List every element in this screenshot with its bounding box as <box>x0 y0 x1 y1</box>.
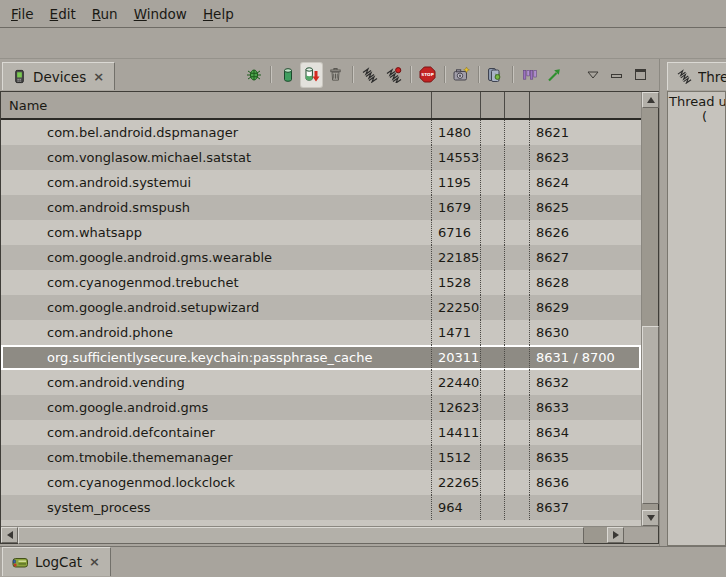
menu-file[interactable]: File <box>3 2 42 26</box>
table-row[interactable]: system_process 964 8637 <box>1 495 641 520</box>
stop-process-button[interactable]: STOP <box>417 63 438 87</box>
menu-run[interactable]: Run <box>84 2 126 26</box>
maximize-view-button[interactable] <box>630 63 651 87</box>
blank-cell <box>504 120 529 145</box>
process-pid-cell: 1528 <box>431 270 480 295</box>
update-heap-button[interactable] <box>277 63 298 87</box>
table-row[interactable]: com.google.android.gms 12623 8633 <box>1 395 641 420</box>
blank-cell <box>480 220 504 245</box>
method-profiling-icon <box>386 67 402 83</box>
table-row[interactable]: com.android.vending 22440 8632 <box>1 370 641 395</box>
start-opengl-trace-button[interactable] <box>543 63 564 87</box>
column-header-blank1[interactable] <box>480 92 504 118</box>
green-arrow-icon <box>546 67 562 83</box>
column-header-name[interactable]: Name <box>1 92 431 118</box>
trash-icon <box>328 67 343 82</box>
blank-cell <box>504 395 529 420</box>
process-name-cell: com.android.phone <box>1 320 431 345</box>
blank-cell <box>480 370 504 395</box>
blank-cell <box>504 145 529 170</box>
menu-edit[interactable]: Edit <box>42 2 84 26</box>
table-row[interactable]: com.android.phone 1471 8630 <box>1 320 641 345</box>
chevron-down-icon <box>587 71 599 79</box>
table-row[interactable]: com.android.smspush 1679 8625 <box>1 195 641 220</box>
column-header-port[interactable] <box>529 92 641 118</box>
table-row[interactable]: com.cyanogenmod.lockclock 22265 8636 <box>1 470 641 495</box>
minimize-view-button[interactable] <box>606 63 627 87</box>
column-header-pid[interactable] <box>431 92 480 118</box>
blank-cell <box>504 420 529 445</box>
table-row[interactable]: com.google.android.gms.wearable 22185 86… <box>1 245 641 270</box>
process-pid-cell: 14553 <box>431 145 480 170</box>
table-row[interactable]: com.google.android.setupwizard 22250 862… <box>1 295 641 320</box>
threads-icon <box>677 69 692 84</box>
process-name-cell: com.android.systemui <box>1 170 431 195</box>
toolbar-separator <box>352 66 353 83</box>
table-row[interactable]: com.vonglasow.michael.satstat 14553 8623 <box>1 145 641 170</box>
toolbar-separator <box>410 66 411 83</box>
table-row[interactable]: com.cyanogenmod.trebuchet 1528 8628 <box>1 270 641 295</box>
process-name-cell: com.whatsapp <box>1 220 431 245</box>
workbench: Devices × <box>0 59 726 546</box>
close-icon[interactable]: × <box>88 557 101 567</box>
scroll-up-button[interactable] <box>642 92 659 108</box>
triangle-left-icon <box>7 531 13 539</box>
scroll-down-button[interactable] <box>642 510 659 526</box>
start-method-profiling-button[interactable] <box>383 63 404 87</box>
blank-cell <box>504 445 529 470</box>
table-row[interactable]: com.whatsapp 6716 8626 <box>1 220 641 245</box>
vertical-scrollbar[interactable] <box>641 92 658 526</box>
threads-arrows-icon <box>362 67 378 83</box>
stop-sign-icon: STOP <box>419 66 436 83</box>
process-port-cell: 8624 <box>529 170 641 195</box>
process-pid-cell: 20311 <box>431 345 480 370</box>
vertical-scroll-thumb[interactable] <box>642 326 659 504</box>
process-port-cell: 8632 <box>529 370 641 395</box>
menu-help[interactable]: Help <box>195 2 242 26</box>
process-name-cell: com.vonglasow.michael.satstat <box>1 145 431 170</box>
debug-process-button[interactable] <box>243 63 264 87</box>
blank-cell <box>504 470 529 495</box>
view-menu-button[interactable] <box>582 63 603 87</box>
table-row[interactable]: com.bel.android.dspmanager 1480 8621 <box>1 120 641 145</box>
horizontal-scrollbar[interactable] <box>1 526 658 543</box>
blank-cell <box>480 120 504 145</box>
column-header-blank2[interactable] <box>504 92 529 118</box>
table-row[interactable]: com.android.defcontainer 14411 8634 <box>1 420 641 445</box>
table-row[interactable]: com.tmobile.thememanager 1512 8635 <box>1 445 641 470</box>
screen-capture-button[interactable] <box>451 63 472 87</box>
blank-cell <box>504 245 529 270</box>
scroll-right-button[interactable] <box>607 527 624 543</box>
process-name-cell: com.google.android.gms.wearable <box>1 245 431 270</box>
capture-device-screens-button[interactable] <box>485 63 506 87</box>
table-row[interactable]: com.android.systemui 1195 8624 <box>1 170 641 195</box>
tab-logcat-label: LogCat <box>35 554 82 570</box>
tab-logcat[interactable]: LogCat × <box>2 547 111 576</box>
scroll-left-button[interactable] <box>1 527 18 543</box>
horizontal-scroll-track[interactable] <box>18 527 607 543</box>
blank-cell <box>504 220 529 245</box>
process-pid-cell: 1195 <box>431 170 480 195</box>
tab-threads[interactable]: Threads <box>667 62 726 90</box>
menu-window[interactable]: Window <box>126 2 195 26</box>
triangle-up-icon <box>647 97 655 103</box>
process-pid-cell: 22250 <box>431 295 480 320</box>
vertical-scroll-track[interactable] <box>642 108 658 510</box>
update-threads-button[interactable] <box>359 63 380 87</box>
process-port-cell: 8634 <box>529 420 641 445</box>
table-row[interactable]: org.sufficientlysecure.keychain:passphra… <box>1 345 641 370</box>
camera-icon <box>453 66 470 83</box>
process-port-cell: 8621 <box>529 120 641 145</box>
view-sash[interactable] <box>659 59 667 546</box>
process-name-cell: com.google.android.gms <box>1 395 431 420</box>
process-pid-cell: 14411 <box>431 420 480 445</box>
cause-gc-button[interactable] <box>325 63 346 87</box>
process-name-cell: com.cyanogenmod.lockclock <box>1 470 431 495</box>
close-icon[interactable]: × <box>92 72 105 82</box>
process-port-cell: 8627 <box>529 245 641 270</box>
tab-devices[interactable]: Devices × <box>2 62 115 90</box>
systrace-button[interactable] <box>519 63 540 87</box>
dump-hprof-button[interactable] <box>301 63 322 87</box>
devices-table: Name com.bel.android.dspmanager 1480 <box>0 91 659 544</box>
horizontal-scroll-thumb[interactable] <box>18 527 584 544</box>
